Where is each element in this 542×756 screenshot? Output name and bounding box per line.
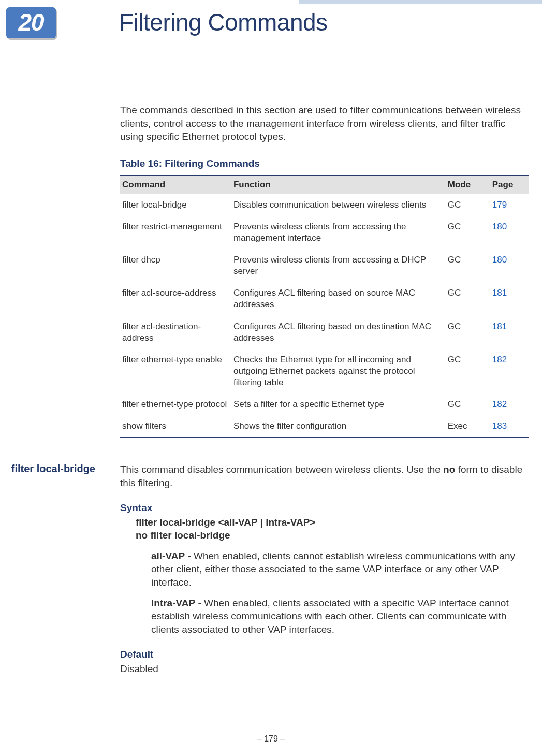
table-row: filter restrict-management Prevents wire…: [120, 216, 529, 249]
table-row: filter ethernet-type enable Checks the E…: [120, 349, 529, 394]
desc-bold: no: [443, 464, 455, 475]
cell-command: filter ethernet-type enable: [120, 349, 231, 394]
cell-function: Configures ACL filtering based on source…: [231, 282, 446, 315]
cell-function: Disables communication between wireless …: [231, 194, 446, 216]
cell-mode: GC: [446, 316, 490, 349]
intro-paragraph: The commands described in this section a…: [120, 104, 529, 143]
top-decorative-band: [299, 0, 542, 4]
page-footer: – 179 –: [0, 734, 542, 744]
cell-mode: GC: [446, 249, 490, 282]
cell-mode: GC: [446, 216, 490, 249]
cell-page-link[interactable]: 181: [490, 316, 529, 349]
th-mode: Mode: [446, 175, 490, 194]
table-row: filter acl-destination-address Configure…: [120, 316, 529, 349]
cell-function: Configures ACL filtering based on destin…: [231, 316, 446, 349]
cell-command: filter ethernet-type protocol: [120, 394, 231, 415]
cell-page-link[interactable]: 183: [490, 415, 529, 438]
chapter-number-badge: 20: [6, 7, 56, 38]
chapter-title: Filtering Commands: [119, 8, 328, 36]
cell-function: Checks the Ethernet type for all incomin…: [231, 349, 446, 394]
cell-page-link[interactable]: 182: [490, 349, 529, 394]
th-function: Function: [231, 175, 446, 194]
param1-name: all-VAP: [151, 550, 185, 561]
cell-page-link[interactable]: 180: [490, 216, 529, 249]
command-name-label: filter local-bridge: [0, 463, 95, 475]
syntax-block: filter local-bridge <all-VAP | intra-VAP…: [136, 516, 529, 636]
desc-pre: This command disables communication betw…: [120, 464, 443, 475]
cell-function: Sets a filter for a specific Ethernet ty…: [231, 394, 446, 415]
cell-function: Prevents wireless clients from accessing…: [231, 249, 446, 282]
filtering-commands-table: Command Function Mode Page filter local-…: [120, 175, 529, 438]
cell-mode: GC: [446, 194, 490, 216]
param-all-vap: all-VAP - When enabled, clients cannot e…: [151, 549, 529, 589]
cell-command: filter dhcp: [120, 249, 231, 282]
cell-function: Shows the filter configuration: [231, 415, 446, 438]
content-area: The commands described in this section a…: [120, 104, 529, 675]
cell-mode: Exec: [446, 415, 490, 438]
cell-mode: GC: [446, 282, 490, 315]
cell-page-link[interactable]: 180: [490, 249, 529, 282]
default-heading: Default: [120, 649, 529, 660]
cell-page-link[interactable]: 181: [490, 282, 529, 315]
cell-mode: GC: [446, 394, 490, 415]
cell-command: filter acl-source-address: [120, 282, 231, 315]
th-page: Page: [490, 175, 529, 194]
command-description: This command disables communication betw…: [120, 463, 529, 489]
default-value: Disabled: [120, 662, 529, 676]
table-row: show filters Shows the filter configurat…: [120, 415, 529, 438]
cell-command: filter local-bridge: [120, 194, 231, 216]
cell-mode: GC: [446, 349, 490, 394]
cell-page-link[interactable]: 179: [490, 194, 529, 216]
param-intra-vap: intra-VAP - When enabled, clients associ…: [151, 597, 529, 636]
table-row: filter dhcp Prevents wireless clients fr…: [120, 249, 529, 282]
th-command: Command: [120, 175, 231, 194]
syntax-heading: Syntax: [120, 502, 529, 514]
cell-command: filter acl-destination-address: [120, 316, 231, 349]
param2-name: intra-VAP: [151, 598, 195, 608]
cell-function: Prevents wireless clients from accessing…: [231, 216, 446, 249]
table-row: filter local-bridge Disables communicati…: [120, 194, 529, 216]
param1-desc: - When enabled, clients cannot establish…: [151, 550, 515, 588]
table-title: Table 16: Filtering Commands: [120, 158, 529, 169]
table-row: filter ethernet-type protocol Sets a fil…: [120, 394, 529, 415]
cell-command: show filters: [120, 415, 231, 438]
table-header-row: Command Function Mode Page: [120, 175, 529, 194]
param2-desc: - When enabled, clients associated with …: [151, 598, 509, 635]
table-row: filter acl-source-address Configures ACL…: [120, 282, 529, 315]
command-filter-local-bridge-section: filter local-bridge This command disable…: [120, 463, 529, 675]
cell-page-link[interactable]: 182: [490, 394, 529, 415]
syntax-line-2: no filter local-bridge: [136, 529, 529, 542]
syntax-line-1: filter local-bridge <all-VAP | intra-VAP…: [136, 516, 529, 529]
cell-command: filter restrict-management: [120, 216, 231, 249]
